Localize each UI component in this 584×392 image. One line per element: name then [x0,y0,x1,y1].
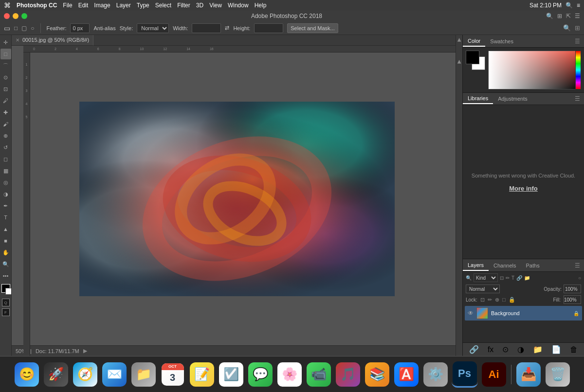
path-select-tool[interactable]: ▲ [0,224,11,234]
list-icon[interactable]: ≡ [577,2,580,9]
layer-filter-icon5[interactable]: 📁 [524,275,530,281]
color-tab[interactable]: Color [463,36,485,47]
channels-tab[interactable]: Channels [489,261,521,270]
layer-mask-icon[interactable]: ⊙ [502,345,509,354]
layer-filter-icon2[interactable]: ✏ [506,275,510,281]
delete-layer-icon[interactable]: 🗑 [570,345,578,354]
lasso-tool[interactable]: ⌒ [0,60,11,71]
style-select[interactable]: Normal [137,23,169,33]
layers-panel-menu[interactable]: ☰ [571,260,584,271]
dodge-tool[interactable]: ◑ [0,189,11,199]
new-group-icon[interactable]: 📁 [533,345,543,354]
eyedropper-tool[interactable]: 🖋 [0,95,11,106]
history-brush-tool[interactable]: ↺ [0,142,11,153]
kind-select[interactable]: Kind [474,273,498,282]
arrange-icon[interactable]: ⊞ [557,13,562,19]
search-tools-icon[interactable]: 🔍 [563,24,571,32]
menu-select[interactable]: Select [155,2,171,9]
foreground-color-swatch[interactable] [1,284,10,293]
layers-tab[interactable]: Layers [463,260,489,271]
background-layer-item[interactable]: 👁 Background 🔒 [465,306,582,321]
libraries-tab[interactable]: Libraries [463,93,493,104]
dock-item-messages[interactable]: 💬 [247,361,274,388]
foreground-color-box[interactable] [466,51,479,64]
tab-close-icon[interactable]: ✕ [16,37,19,43]
opacity-input[interactable] [564,285,581,293]
search-panel-icon[interactable]: 🔍 [546,13,553,19]
screen-mode-btn[interactable]: F [2,308,10,316]
collapse-panel-icon[interactable]: ◀ [456,38,462,42]
lock-artboard-icon[interactable]: □ [502,297,506,303]
dock-item-itunes[interactable]: 🎵 [335,361,361,388]
menu-window[interactable]: Window [228,2,249,9]
fg-bg-color-selector[interactable] [466,51,485,70]
layer-filter-toggle[interactable]: ○ [578,275,581,281]
adjustment-layer-icon[interactable]: ◑ [517,345,524,354]
crop-tool[interactable]: ⊡ [0,84,11,94]
healing-tool[interactable]: ✚ [0,107,11,118]
menu-layer[interactable]: Layer [116,2,131,9]
layer-filter-icon1[interactable]: ⊡ [500,275,504,281]
color-field[interactable] [489,51,581,89]
hand-tool[interactable]: ✋ [0,247,11,258]
blur-tool[interactable]: ◎ [0,177,11,188]
standard-mode-btn[interactable]: Q [2,299,10,306]
lock-position-icon[interactable]: ⊕ [495,297,499,303]
fill-input[interactable] [564,295,581,304]
lock-all-icon[interactable]: 🔒 [509,297,515,303]
dock-item-appstore[interactable]: 🅰️ [393,361,420,388]
menu-filter[interactable]: Filter [177,2,190,9]
maximize-button[interactable] [21,13,27,19]
type-tool[interactable]: T [0,212,11,223]
minimize-button[interactable] [13,13,18,19]
more-tools[interactable]: ••• [0,270,11,281]
panel-menu-icon[interactable]: ☰ [575,13,580,19]
hue-slider[interactable] [575,51,581,89]
canvas-content[interactable]: 012345 0246810121416 [12,46,456,345]
dock-item-finder[interactable]: 😊 [14,361,40,388]
lock-transparent-icon[interactable]: ⊡ [480,297,485,303]
adjustments-tab[interactable]: Adjustments [493,94,532,104]
move-tool[interactable]: ✛ [0,37,11,48]
eraser-tool[interactable]: ◻ [0,154,11,164]
more-info-link[interactable]: More info [509,185,538,192]
pen-tool[interactable]: ✒ [0,200,11,211]
marquee-tool[interactable]: □ [0,49,11,59]
dock-item-mail[interactable]: ✉️ [101,361,128,388]
link-layers-icon[interactable]: 🔗 [469,345,479,354]
search-icon[interactable]: 🔍 [566,2,573,9]
clone-tool[interactable]: ⊕ [0,130,11,141]
select-and-mask-button[interactable]: Select and Mask... [287,23,338,33]
menu-edit[interactable]: Edit [78,2,89,9]
dock-item-files[interactable]: 📁 [130,361,157,388]
ps-app-name[interactable]: Photoshop CC [17,2,57,9]
canvas-tab[interactable]: ✕ 00015.jpg @ 50% (RGB/8#) [12,35,93,46]
layer-style-icon[interactable]: fx [488,345,493,354]
dock-item-facetime[interactable]: 📹 [306,361,332,388]
color-picker[interactable] [488,51,581,89]
swatches-tab[interactable]: Swatches [485,36,518,46]
swap-icon[interactable]: ⇄ [225,25,229,31]
menu-file[interactable]: File [63,2,72,9]
dock-item-illustrator[interactable]: Ai [481,361,507,388]
lock-pixels-icon[interactable]: ✏ [488,297,492,303]
rounded-rect-icon[interactable]: ▢ [21,25,27,32]
expand-status[interactable]: ▶ [83,348,87,354]
menu-view[interactable]: View [209,2,222,9]
dock-item-ibooks[interactable]: 📚 [364,361,390,388]
background-color-swatch[interactable] [5,288,12,295]
menu-help[interactable]: Help [255,2,267,9]
dock-item-photoshop[interactable]: Ps [452,361,478,388]
width-input[interactable] [192,23,221,33]
expand-icon[interactable]: ⇱ [566,13,571,19]
close-button[interactable] [4,13,10,19]
paths-tab[interactable]: Paths [521,261,545,270]
new-layer-icon[interactable]: 📄 [551,345,561,354]
shape-tool[interactable]: ■ [0,235,11,246]
dock-item-trash[interactable]: 🗑️ [545,361,571,388]
expand-panel-icon[interactable]: ◀ [456,60,462,64]
dock-item-photos[interactable]: 🌸 [276,361,303,388]
quick-select-tool[interactable]: ⊙ [0,72,11,83]
menu-3d[interactable]: 3D [196,2,203,9]
height-input[interactable] [254,23,283,33]
